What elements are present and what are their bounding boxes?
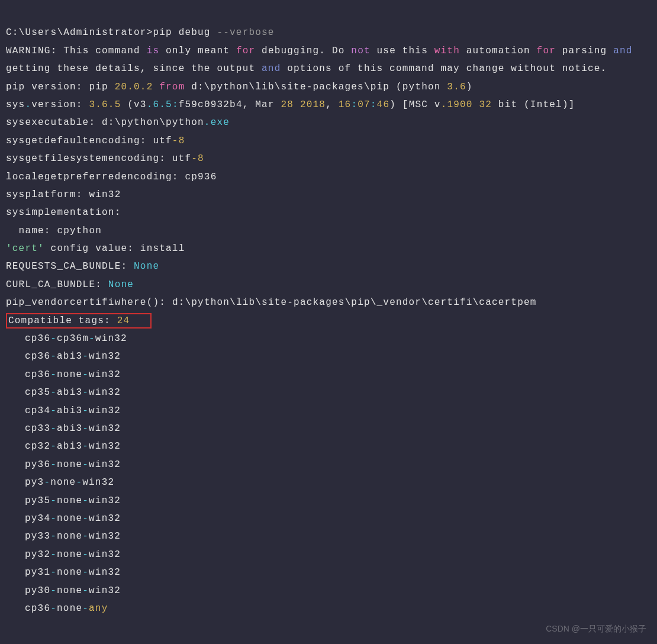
tag-item: py30-none-win32 (6, 582, 121, 600)
sys-executable-line: sysexecutable: d:\python\python.exe (6, 117, 230, 128)
requests-ca-line: REQUESTS_CA_BUNDLE: None (6, 261, 159, 272)
sys-defaultenc-line: sysgetdefaultencoding: utf-8 (6, 136, 185, 146)
compatible-tags-highlight: Compatible tags: 24 (6, 313, 152, 329)
tag-item: cp36-none-win32 (6, 366, 121, 384)
tag-item: py35-none-win32 (6, 492, 121, 510)
tag-item: cp36-cp36m-win32 (6, 330, 127, 347)
certifi-line: pip_vendorcertifiwhere(): d:\python\lib\… (6, 297, 537, 308)
terminal-output: C:\Users\Administrator>pip debug --verbo… (6, 6, 651, 617)
implementation-name: name: cpython (6, 226, 102, 236)
tag-item: cp36-abi3-win32 (6, 347, 121, 365)
warning-line: WARNING: This command is only meant for … (6, 46, 639, 74)
tags-list: cp36-cp36m-win32 cp36-abi3-win32 cp36-no… (6, 333, 127, 595)
tag-item-last: cp36-none-any (6, 600, 108, 617)
tag-item: py31-none-win32 (6, 564, 121, 581)
tag-item: py3-none-win32 (6, 474, 114, 491)
pip-version-line: pip version: pip 20.0.2 from d:\python\l… (6, 82, 473, 92)
curl-ca-line: CURL_CA_BUNDLE: None (6, 279, 134, 290)
tag-item: py32-none-win32 (6, 546, 121, 564)
implementation-line: sysimplementation: (6, 207, 121, 218)
sys-version-line: sys.version: 3.6.5 (v3.6.5:f59c0932b4, M… (6, 99, 575, 110)
locale-line: localegetpreferredencoding: cp936 (6, 172, 217, 182)
tag-item: cp35-abi3-win32 (6, 384, 121, 401)
tag-item: cp34-abi3-win32 (6, 402, 121, 420)
prompt-line: C:\Users\Administrator>pip debug --verbo… (6, 27, 275, 38)
tag-item: py34-none-win32 (6, 510, 121, 527)
watermark: CSDN @一只可爱的小猴子 (546, 621, 646, 637)
sys-fsenc-line: sysgetfilesystemencoding: utf-8 (6, 153, 204, 164)
cert-line: 'cert' config value: install (6, 243, 185, 254)
prompt-path: C:\Users\Administrator> (6, 27, 153, 38)
platform-line: sysplatform: win32 (6, 189, 121, 200)
tag-item: py36-none-win32 (6, 456, 121, 474)
tag-item: py33-none-win32 (6, 527, 121, 545)
tag-item: cp32-abi3-win32 (6, 437, 121, 455)
tag-item: cp33-abi3-win32 (6, 420, 121, 437)
